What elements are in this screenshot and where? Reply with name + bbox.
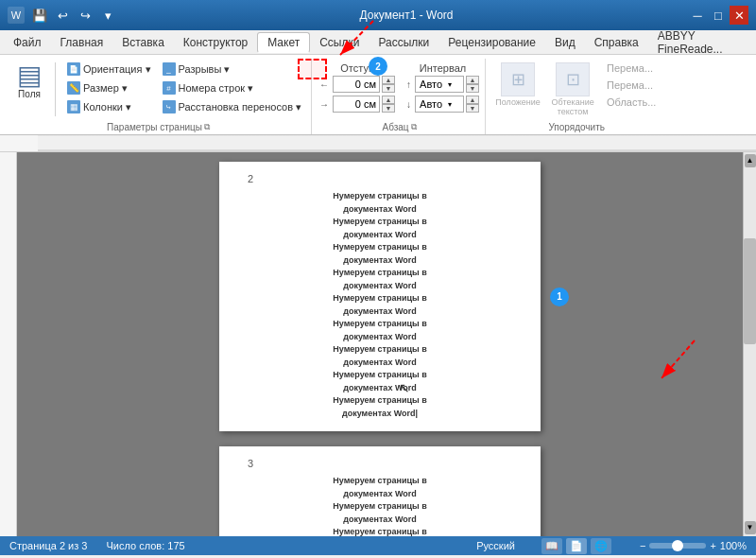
interval-after-up[interactable]: ▲ (466, 96, 479, 104)
close-btn[interactable]: ✕ (730, 6, 748, 25)
vertical-ruler (0, 152, 17, 536)
page-2-line-2: документах Word (248, 203, 512, 217)
orientation-btn[interactable]: 📄 Ориентация ▾ (63, 61, 155, 78)
maximize-btn[interactable]: □ (709, 6, 728, 25)
arrange-mini-col: Перема... Перема... Область... (603, 61, 660, 110)
wrap-btn[interactable]: ⊡ Обтеканиетекстом (548, 61, 597, 118)
scroll-down-btn[interactable]: ▼ (745, 521, 756, 534)
zoom-in-btn[interactable]: + (710, 540, 715, 551)
ribbon-group-paragraph: Отступ ← ▲ ▼ → (314, 59, 486, 134)
page-params-expand[interactable]: ⧉ (204, 122, 210, 132)
menu-help[interactable]: Справка (585, 33, 648, 52)
position-btn[interactable]: ⊞ Положение (493, 61, 542, 109)
menu-home[interactable]: Главная (51, 33, 113, 52)
indent-right-spin: ▲ ▼ (382, 96, 395, 113)
interval-before-row: ↑ Авто ▾ ▲ ▼ (406, 76, 479, 93)
line-numbers-btn[interactable]: # Номера строк ▾ (159, 79, 306, 96)
hyphenation-label: Расстановка переносов ▾ (179, 101, 302, 113)
menu-file[interactable]: Файл (4, 33, 51, 52)
wrap-icon: ⊡ (556, 62, 590, 96)
breaks-btn[interactable]: ⎯ Разрывы ▾ (159, 61, 306, 78)
ribbon-group-arrange: ⊞ Положение ⊡ Обтеканиетекстом Перема...… (488, 59, 665, 134)
page-2-line-18: документах Word| (248, 408, 512, 421)
scroll-up-btn[interactable]: ▲ (745, 154, 756, 167)
position-label: Положение (495, 97, 541, 107)
breaks-icon: ⎯ (163, 62, 176, 76)
title-bar-left: W 💾 ↩ ↪ ▾ (8, 6, 125, 25)
interval-after-spin: ▲ ▼ (466, 96, 479, 113)
indent-left-input[interactable] (333, 76, 380, 93)
indent-right-up[interactable]: ▲ (382, 96, 395, 104)
columns-btn[interactable]: ▦ Колонки ▾ (63, 98, 155, 115)
menu-review[interactable]: Рецензирование (438, 33, 545, 52)
interval-group: Интервал ↑ Авто ▾ ▲ ▼ (406, 62, 479, 113)
indent-left-up[interactable]: ▲ (382, 76, 395, 84)
app-icon: W (8, 7, 25, 24)
interval-after-arrow: ↓ (406, 99, 411, 110)
wrap-label: Обтеканиетекстом (551, 97, 593, 116)
separator-1 (55, 62, 56, 116)
indent-right-input[interactable] (333, 96, 380, 113)
interval-before-down[interactable]: ▼ (466, 84, 479, 93)
ribbon-group-page-params: ▤ Поля 📄 Ориентация ▾ 📏 Размер ▾ ▦ Колон… (6, 59, 312, 134)
page-2-line-16: документах Word (248, 382, 512, 395)
customize-btn[interactable]: ▾ (98, 6, 117, 25)
read-mode-btn[interactable]: 📖 (541, 538, 562, 554)
page-3-line-2: документах Word (248, 488, 512, 501)
rearrange-1-btn[interactable]: Перема... (603, 61, 660, 76)
horizontal-ruler: for(let i=0;i<760;i+=5){ document.curren… (0, 135, 756, 152)
indent-left-row: ← ▲ ▼ (319, 76, 395, 93)
zoom-out-btn[interactable]: − (640, 540, 645, 551)
redo-btn[interactable]: ↪ (76, 6, 94, 25)
menu-layout[interactable]: Макет (257, 32, 310, 53)
interval-spinners: ↑ Авто ▾ ▲ ▼ ↓ (406, 76, 479, 113)
annotation-callout2-box: __ (298, 59, 327, 79)
vertical-scrollbar[interactable]: ▲ ▼ (743, 152, 756, 536)
menu-mailing[interactable]: Рассылки (369, 33, 438, 52)
fields-icon: ▤ (17, 62, 42, 89)
print-mode-btn[interactable]: 📄 (566, 538, 587, 554)
area-btn[interactable]: Область... (603, 95, 660, 110)
size-icon: 📏 (67, 81, 80, 95)
cursor: ↖ (399, 380, 410, 395)
ribbon: ▤ Поля 📄 Ориентация ▾ 📏 Размер ▾ ▦ Колон… (0, 55, 756, 135)
zoom-slider[interactable] (649, 543, 706, 549)
page-2-line-10: документах Word (248, 305, 512, 319)
indent-left-down[interactable]: ▼ (382, 84, 395, 93)
menu-insert[interactable]: Вставка (112, 33, 174, 52)
interval-before-dropdown: ▾ (448, 80, 452, 89)
position-icon: ⊞ (501, 62, 535, 96)
rearrange-1-label: Перема... (607, 62, 653, 74)
zoom-thumb[interactable] (672, 540, 683, 551)
document-area[interactable]: 2 Нумеруем страницы в документах Word Ну… (17, 152, 743, 536)
interval-after-select[interactable]: Авто ▾ (415, 96, 464, 113)
indent-right-down[interactable]: ▼ (382, 104, 395, 113)
paragraph-group-title: Абзац (383, 122, 409, 132)
menu-references[interactable]: Ссылки (310, 33, 369, 52)
interval-before-up[interactable]: ▲ (466, 76, 479, 84)
hyphenation-btn[interactable]: ⤷ Расстановка переносов ▾ (159, 98, 306, 115)
minimize-btn[interactable]: ─ (688, 6, 707, 25)
paragraph-expand[interactable]: ⧉ (411, 122, 417, 132)
zoom-level: 100% (720, 540, 747, 551)
content-area: 2 Нумеруем страницы в документах Word Ну… (0, 152, 756, 536)
undo-btn[interactable]: ↩ (53, 6, 72, 25)
interval-after-down[interactable]: ▼ (466, 104, 479, 113)
indent-right-arrow: → (319, 99, 329, 110)
menu-abbyy[interactable]: ABBYY FineReade... (648, 26, 752, 59)
page-3-number: 3 (248, 458, 512, 469)
page-2-line-7: Нумеруем страницы в (248, 267, 512, 280)
scroll-thumb[interactable] (744, 238, 756, 344)
page-2-line-4: документах Word (248, 229, 512, 242)
page-2-content: Нумеруем страницы в документах Word Нуме… (248, 190, 512, 420)
page-3-line-1: Нумеруем страницы в (248, 475, 512, 488)
page-3: 3 Нумеруем страницы в документах Word Ну… (219, 446, 541, 536)
web-mode-btn[interactable]: 🌐 (591, 538, 611, 554)
save-btn[interactable]: 💾 (30, 6, 49, 25)
interval-before-select[interactable]: Авто ▾ (415, 76, 464, 93)
size-btn[interactable]: 📏 Размер ▾ (63, 79, 155, 96)
fields-large-btn[interactable]: ▤ Поля (11, 61, 47, 101)
menu-view[interactable]: Вид (545, 33, 585, 52)
rearrange-2-btn[interactable]: Перема... (603, 78, 660, 93)
menu-constructor[interactable]: Конструктор (174, 33, 257, 52)
